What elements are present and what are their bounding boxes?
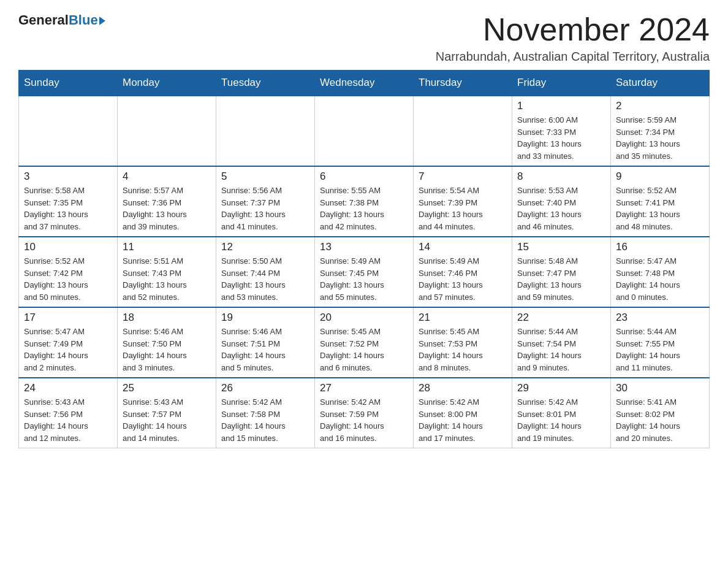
calendar-cell: 21Sunrise: 5:45 AMSunset: 7:53 PMDayligh…	[414, 307, 512, 378]
day-number: 4	[123, 170, 211, 183]
day-info: Sunrise: 5:49 AMSunset: 7:46 PMDaylight:…	[419, 255, 507, 303]
calendar-week-row: 10Sunrise: 5:52 AMSunset: 7:42 PMDayligh…	[19, 237, 710, 307]
day-info: Sunrise: 5:46 AMSunset: 7:51 PMDaylight:…	[221, 326, 309, 373]
calendar-header-saturday: Saturday	[611, 71, 710, 96]
day-number: 14	[419, 241, 507, 253]
day-info: Sunrise: 5:43 AMSunset: 7:57 PMDaylight:…	[123, 396, 211, 444]
day-number: 17	[24, 312, 112, 324]
day-info: Sunrise: 5:47 AMSunset: 7:49 PMDaylight:…	[24, 326, 112, 373]
day-info: Sunrise: 5:53 AMSunset: 7:40 PMDaylight:…	[517, 185, 605, 232]
calendar-table: SundayMondayTuesdayWednesdayThursdayFrid…	[18, 70, 710, 448]
calendar-cell: 10Sunrise: 5:52 AMSunset: 7:42 PMDayligh…	[19, 237, 118, 307]
calendar-cell: 3Sunrise: 5:58 AMSunset: 7:35 PMDaylight…	[19, 166, 118, 237]
calendar-cell: 9Sunrise: 5:52 AMSunset: 7:41 PMDaylight…	[611, 166, 710, 237]
day-info: Sunrise: 5:46 AMSunset: 7:50 PMDaylight:…	[123, 326, 211, 373]
day-info: Sunrise: 5:48 AMSunset: 7:47 PMDaylight:…	[517, 255, 605, 303]
calendar-cell	[315, 96, 414, 166]
day-number: 25	[123, 382, 211, 394]
calendar-cell: 6Sunrise: 5:55 AMSunset: 7:38 PMDaylight…	[315, 166, 414, 237]
day-info: Sunrise: 5:51 AMSunset: 7:43 PMDaylight:…	[123, 255, 211, 303]
day-number: 28	[419, 382, 507, 394]
calendar-cell: 23Sunrise: 5:44 AMSunset: 7:55 PMDayligh…	[611, 307, 710, 378]
day-info: Sunrise: 5:47 AMSunset: 7:48 PMDaylight:…	[616, 255, 704, 303]
subtitle: Narrabundah, Australian Capital Territor…	[436, 50, 710, 64]
calendar-header-wednesday: Wednesday	[315, 71, 414, 96]
calendar-cell: 17Sunrise: 5:47 AMSunset: 7:49 PMDayligh…	[19, 307, 118, 378]
calendar-cell: 14Sunrise: 5:49 AMSunset: 7:46 PMDayligh…	[414, 237, 512, 307]
calendar-cell: 8Sunrise: 5:53 AMSunset: 7:40 PMDaylight…	[512, 166, 611, 237]
day-number: 9	[616, 170, 704, 183]
day-number: 29	[517, 382, 605, 394]
calendar-cell: 30Sunrise: 5:41 AMSunset: 8:02 PMDayligh…	[611, 378, 710, 448]
day-number: 2	[616, 100, 704, 112]
calendar-week-row: 24Sunrise: 5:43 AMSunset: 7:56 PMDayligh…	[19, 378, 710, 448]
calendar-cell	[118, 96, 216, 166]
day-number: 18	[123, 312, 211, 324]
calendar-header-monday: Monday	[118, 71, 216, 96]
day-number: 24	[24, 382, 112, 394]
calendar-cell: 19Sunrise: 5:46 AMSunset: 7:51 PMDayligh…	[216, 307, 315, 378]
day-info: Sunrise: 5:54 AMSunset: 7:39 PMDaylight:…	[419, 185, 507, 232]
day-number: 10	[24, 241, 112, 253]
calendar-cell: 5Sunrise: 5:56 AMSunset: 7:37 PMDaylight…	[216, 166, 315, 237]
day-number: 22	[517, 312, 605, 324]
calendar-week-row: 1Sunrise: 6:00 AMSunset: 7:33 PMDaylight…	[19, 96, 710, 166]
calendar-cell	[216, 96, 315, 166]
calendar-cell: 15Sunrise: 5:48 AMSunset: 7:47 PMDayligh…	[512, 237, 611, 307]
day-number: 27	[320, 382, 408, 394]
day-info: Sunrise: 5:44 AMSunset: 7:55 PMDaylight:…	[616, 326, 704, 373]
day-number: 26	[221, 382, 309, 394]
day-number: 7	[419, 170, 507, 183]
calendar-header-tuesday: Tuesday	[216, 71, 315, 96]
day-number: 13	[320, 241, 408, 253]
calendar-header-sunday: Sunday	[19, 71, 118, 96]
calendar-cell: 18Sunrise: 5:46 AMSunset: 7:50 PMDayligh…	[118, 307, 216, 378]
day-info: Sunrise: 5:45 AMSunset: 7:53 PMDaylight:…	[419, 326, 507, 373]
calendar-cell: 29Sunrise: 5:42 AMSunset: 8:01 PMDayligh…	[512, 378, 611, 448]
calendar-cell: 12Sunrise: 5:50 AMSunset: 7:44 PMDayligh…	[216, 237, 315, 307]
month-title: November 2024	[436, 12, 710, 47]
day-number: 16	[616, 241, 704, 253]
day-number: 12	[221, 241, 309, 253]
logo-arrow-icon	[99, 17, 105, 25]
day-info: Sunrise: 5:55 AMSunset: 7:38 PMDaylight:…	[320, 185, 408, 232]
day-info: Sunrise: 5:58 AMSunset: 7:35 PMDaylight:…	[24, 185, 112, 232]
logo: General Blue	[18, 12, 105, 28]
day-number: 20	[320, 312, 408, 324]
calendar-cell	[414, 96, 512, 166]
logo-general: General	[18, 12, 69, 28]
day-number: 30	[616, 382, 704, 394]
day-info: Sunrise: 6:00 AMSunset: 7:33 PMDaylight:…	[517, 114, 605, 162]
calendar-cell: 7Sunrise: 5:54 AMSunset: 7:39 PMDaylight…	[414, 166, 512, 237]
calendar-week-row: 17Sunrise: 5:47 AMSunset: 7:49 PMDayligh…	[19, 307, 710, 378]
day-info: Sunrise: 5:42 AMSunset: 8:01 PMDaylight:…	[517, 396, 605, 444]
day-number: 15	[517, 241, 605, 253]
day-info: Sunrise: 5:52 AMSunset: 7:41 PMDaylight:…	[616, 185, 704, 232]
page-header: General Blue November 2024 Narrabundah, …	[18, 12, 710, 64]
day-info: Sunrise: 5:49 AMSunset: 7:45 PMDaylight:…	[320, 255, 408, 303]
day-number: 6	[320, 170, 408, 183]
calendar-header-friday: Friday	[512, 71, 611, 96]
calendar-cell: 1Sunrise: 6:00 AMSunset: 7:33 PMDaylight…	[512, 96, 611, 166]
calendar-cell: 28Sunrise: 5:42 AMSunset: 8:00 PMDayligh…	[414, 378, 512, 448]
calendar-cell: 24Sunrise: 5:43 AMSunset: 7:56 PMDayligh…	[19, 378, 118, 448]
calendar-cell: 20Sunrise: 5:45 AMSunset: 7:52 PMDayligh…	[315, 307, 414, 378]
calendar-cell: 2Sunrise: 5:59 AMSunset: 7:34 PMDaylight…	[611, 96, 710, 166]
calendar-header-row: SundayMondayTuesdayWednesdayThursdayFrid…	[19, 71, 710, 96]
calendar-cell: 16Sunrise: 5:47 AMSunset: 7:48 PMDayligh…	[611, 237, 710, 307]
day-number: 5	[221, 170, 309, 183]
calendar-cell: 26Sunrise: 5:42 AMSunset: 7:58 PMDayligh…	[216, 378, 315, 448]
calendar-cell: 22Sunrise: 5:44 AMSunset: 7:54 PMDayligh…	[512, 307, 611, 378]
day-number: 23	[616, 312, 704, 324]
day-info: Sunrise: 5:52 AMSunset: 7:42 PMDaylight:…	[24, 255, 112, 303]
calendar-cell: 4Sunrise: 5:57 AMSunset: 7:36 PMDaylight…	[118, 166, 216, 237]
day-info: Sunrise: 5:42 AMSunset: 7:58 PMDaylight:…	[221, 396, 309, 444]
day-info: Sunrise: 5:50 AMSunset: 7:44 PMDaylight:…	[221, 255, 309, 303]
day-info: Sunrise: 5:45 AMSunset: 7:52 PMDaylight:…	[320, 326, 408, 373]
day-info: Sunrise: 5:42 AMSunset: 8:00 PMDaylight:…	[419, 396, 507, 444]
day-number: 3	[24, 170, 112, 183]
logo-blue-text: Blue	[69, 12, 105, 28]
day-info: Sunrise: 5:41 AMSunset: 8:02 PMDaylight:…	[616, 396, 704, 444]
day-number: 1	[517, 100, 605, 112]
day-info: Sunrise: 5:43 AMSunset: 7:56 PMDaylight:…	[24, 396, 112, 444]
